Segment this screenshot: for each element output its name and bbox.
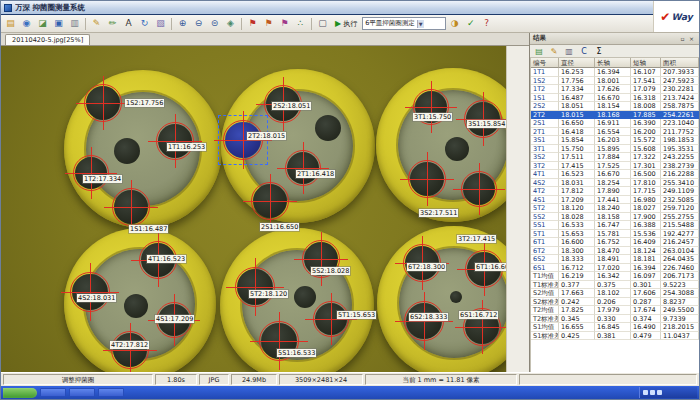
table-row[interactable]: T1标准差0.3770.3750.3019.5223 <box>531 281 699 290</box>
inhibition-zone-marker[interactable] <box>287 152 319 184</box>
inhibition-zone-marker[interactable] <box>466 102 500 136</box>
table-row[interactable]: 3T217.41517.52517.301238.2739 <box>531 162 699 171</box>
table-row[interactable]: 4T217.81217.89017.715249.1109 <box>531 187 699 196</box>
inhibition-zone-marker[interactable] <box>113 333 147 367</box>
monitor-view-button[interactable]: ▢ <box>315 16 330 31</box>
method-dropdown[interactable]: 6平皿抑菌圈测定▼ <box>362 17 446 30</box>
edit-pencil-button[interactable]: ✎ <box>89 16 104 31</box>
chevron-down-icon: ▼ <box>417 20 424 28</box>
apply-check-button[interactable]: ✓ <box>463 16 478 31</box>
table-row[interactable]: 6S218.33318.49118.181264.0435 <box>531 255 699 264</box>
table-row[interactable]: T2标准差0.3450.3300.3749.7339 <box>531 315 699 324</box>
import-image-button[interactable]: ◪ <box>35 16 50 31</box>
print-results-button[interactable]: ▥ <box>563 46 575 57</box>
table-row[interactable]: 2T116.41816.55416.200211.7752 <box>531 128 699 137</box>
capture-image-button[interactable]: ◉ <box>19 16 34 31</box>
image-viewport[interactable]: 1S2:17.7561T1:16.2531T2:17.3341S1:16.487… <box>1 46 529 372</box>
column-header[interactable]: 长轴 <box>595 58 631 68</box>
table-row[interactable]: 6T218.30018.47018.124263.0104 <box>531 247 699 256</box>
crop-tool-button[interactable]: ▧ <box>153 16 168 31</box>
rotate-tool-button[interactable]: ↻ <box>137 16 152 31</box>
marker-flag-3-button[interactable]: ⚑ <box>277 16 292 31</box>
column-header[interactable]: 直径 <box>559 58 595 68</box>
table-row[interactable]: 4S117.20917.44116.980232.5085 <box>531 196 699 205</box>
crosshair-icon <box>482 300 483 354</box>
scatter-tool-button[interactable]: ∴ <box>293 16 308 31</box>
table-row[interactable]: 4S218.03118.25417.810255.3410 <box>531 179 699 188</box>
clear-results-button[interactable]: C <box>578 46 590 57</box>
marker-flag-2-button[interactable]: ⚑ <box>261 16 276 31</box>
zoom-fit-button[interactable]: ⊜ <box>207 16 222 31</box>
table-row[interactable]: 5T115.65315.78115.536192.4277 <box>531 230 699 239</box>
inhibition-zone-marker[interactable] <box>225 122 261 158</box>
value-cell: 16.487 <box>559 94 595 103</box>
help-button[interactable]: ? <box>479 16 494 31</box>
row-id-cell: 3S2 <box>531 153 559 162</box>
print-image-button[interactable]: ▥ <box>67 16 82 31</box>
table-row[interactable]: 5S116.53316.74716.388215.5488 <box>531 221 699 230</box>
petri-dish-6[interactable] <box>377 226 506 372</box>
open-image-button[interactable]: ▤ <box>3 16 18 31</box>
table-row[interactable]: T1均值16.21916.34216.097206.7173 <box>531 272 699 281</box>
value-cell: 216.2288 <box>661 170 699 179</box>
taskbar-item[interactable] <box>98 388 124 397</box>
zoom-in-button[interactable]: ⊕ <box>175 16 190 31</box>
start-button[interactable] <box>3 388 37 398</box>
settings-palette-button[interactable]: ◑ <box>447 16 462 31</box>
inhibition-zone-marker[interactable] <box>158 124 192 158</box>
table-row[interactable]: 1S116.48716.67016.318213.7424 <box>531 94 699 103</box>
inhibition-zone-marker[interactable] <box>253 184 287 218</box>
inhibition-zone-marker[interactable] <box>75 157 107 189</box>
table-row[interactable]: S2均值17.66318.10217.606254.3088 <box>531 289 699 298</box>
inhibition-zone-marker[interactable] <box>237 269 273 305</box>
inhibition-zone-marker[interactable] <box>406 303 442 339</box>
taskbar-item[interactable] <box>40 388 66 397</box>
image-tab[interactable]: 20110420-5.jpg[25%] <box>5 34 90 45</box>
table-row[interactable]: 1T116.25316.39416.107207.3933 <box>531 68 699 77</box>
statistics-button[interactable]: Σ <box>593 46 605 57</box>
table-row[interactable]: 5T218.12018.24018.027259.7120 <box>531 204 699 213</box>
table-row[interactable]: 3T115.75015.89515.608195.3531 <box>531 145 699 154</box>
table-row[interactable]: 2T218.01518.16817.885254.2261 <box>531 111 699 120</box>
row-id-cell: 6S2 <box>531 255 559 264</box>
zoom-out-button[interactable]: ⊖ <box>191 16 206 31</box>
value-cell: 17.541 <box>631 77 661 86</box>
column-header[interactable]: 面积 <box>661 58 699 68</box>
edit-results-button[interactable]: ✎ <box>548 46 560 57</box>
inhibition-zone-marker[interactable] <box>463 173 495 205</box>
inhibition-zone-marker[interactable] <box>72 274 108 310</box>
inhibition-zone-marker[interactable] <box>114 190 148 224</box>
inhibition-zone-marker[interactable] <box>315 303 347 335</box>
table-row[interactable]: S2标准差0.2420.2060.2878.8237 <box>531 298 699 307</box>
specimen-photo[interactable]: 1S2:17.7561T1:16.2531T2:17.3341S1:16.487… <box>1 46 506 372</box>
table-row[interactable]: 3S217.51117.88417.322243.2255 <box>531 153 699 162</box>
text-tool-button[interactable]: A <box>121 16 136 31</box>
table-row[interactable]: 3S115.85416.20315.572198.1853 <box>531 136 699 145</box>
table-row[interactable]: S1均值16.65516.84516.490218.2015 <box>531 323 699 332</box>
inhibition-zone-marker[interactable] <box>410 162 444 196</box>
table-row[interactable]: S1标准差0.4250.3810.47911.0437 <box>531 332 699 341</box>
panel-close-icon[interactable]: × <box>687 34 696 43</box>
table-row[interactable]: 5S218.02818.15817.900255.2755 <box>531 213 699 222</box>
panel-float-icon[interactable]: ▫ <box>678 34 687 43</box>
pan-tool-button[interactable]: ◈ <box>223 16 238 31</box>
taskbar-item[interactable] <box>69 388 95 397</box>
table-row[interactable]: 1T217.33417.62617.079230.2281 <box>531 85 699 94</box>
table-row[interactable]: 2S218.05118.15418.008258.7875 <box>531 102 699 111</box>
value-cell: 17.812 <box>559 187 595 196</box>
table-row[interactable]: 4T116.52316.67016.500216.2288 <box>531 170 699 179</box>
execute-button[interactable]: ▶执行 <box>331 17 361 31</box>
annotate-pen-button[interactable]: ✏ <box>105 16 120 31</box>
table-row[interactable]: 6S116.71217.02016.394226.7460 <box>531 264 699 273</box>
inhibition-zone-marker[interactable] <box>86 86 120 120</box>
save-image-button[interactable]: ▣ <box>51 16 66 31</box>
marker-flag-1-button[interactable]: ⚑ <box>245 16 260 31</box>
export-results-button[interactable]: ▤ <box>533 46 545 57</box>
column-header[interactable]: 编号 <box>531 58 559 68</box>
table-row[interactable]: 1S217.75618.00117.541247.5923 <box>531 77 699 86</box>
column-header[interactable]: 短轴 <box>631 58 661 68</box>
table-row[interactable]: T2均值17.82517.97917.674249.5500 <box>531 306 699 315</box>
value-cell: 16.500 <box>631 170 661 179</box>
table-row[interactable]: 6T116.60016.75216.409216.2457 <box>531 238 699 247</box>
table-row[interactable]: 2S116.65016.91116.390223.1040 <box>531 119 699 128</box>
